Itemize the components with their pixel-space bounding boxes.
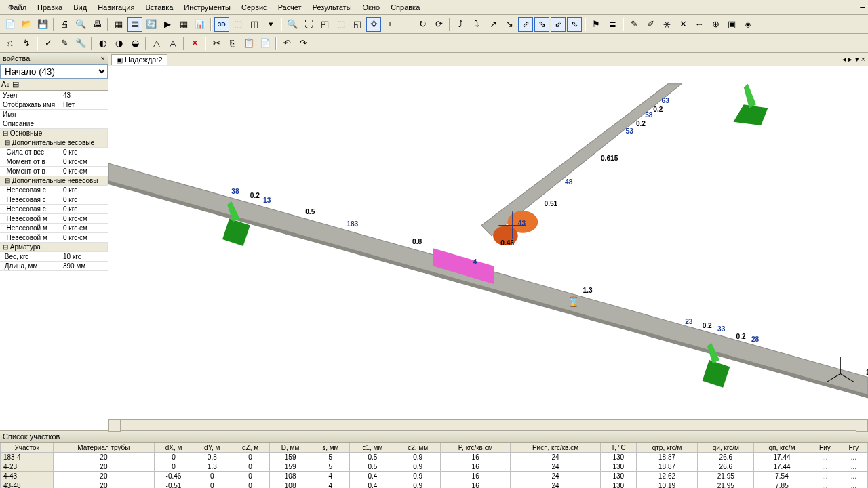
prop-value[interactable]: 0 кгс (60, 186, 108, 195)
col-header[interactable]: qи, кгс/м (698, 443, 754, 453)
open-icon[interactable]: 📂 (19, 17, 34, 32)
prop-value[interactable]: 0 кгс (60, 148, 108, 157)
chart-icon[interactable]: 📊 (193, 17, 208, 32)
prop-value[interactable] (60, 110, 108, 119)
col-header[interactable]: c2, мм (395, 443, 441, 453)
menu-results[interactable]: Результаты (307, 2, 357, 13)
panel-close-icon[interactable]: × (101, 54, 105, 62)
support1-icon[interactable]: ⤴ (453, 17, 468, 32)
tab-nav-icon[interactable]: ◂ ▸ ▾ × (842, 55, 865, 64)
edit3-icon[interactable]: ⚹ (659, 17, 674, 32)
dropdown-icon[interactable]: ▾ (263, 17, 278, 32)
zoomwin-icon[interactable]: ◰ (317, 17, 332, 32)
delete-icon[interactable]: ✕ (187, 36, 202, 51)
tool10-icon[interactable]: ◬ (165, 36, 180, 51)
prop-value[interactable]: 0 кгс·см (60, 224, 108, 232)
edit8-icon[interactable]: ◈ (741, 17, 755, 32)
node-selector[interactable]: Начало (43) (0, 64, 108, 79)
prop-value[interactable]: 0 кгс·см (60, 214, 108, 223)
menu-window[interactable]: Окно (357, 2, 386, 13)
menu-service[interactable]: Сервис (236, 2, 273, 13)
table-row[interactable]: 183-42000.8015950.50.9162413018.8726.617… (1, 453, 868, 462)
menu-file[interactable]: Файл (3, 2, 32, 13)
prop-value[interactable]: 0 кгс (60, 205, 108, 214)
zoom-icon[interactable]: 🔍 (285, 17, 300, 32)
horizontal-scrollbar[interactable] (108, 419, 868, 430)
support7-icon[interactable]: ⇙ (551, 17, 566, 32)
col-header[interactable]: dZ, м (231, 443, 270, 453)
table-row[interactable]: 4-4320-0.460010840.40.9162413012.6221.95… (1, 472, 868, 481)
tab-doc[interactable]: ▣ Надежда:2 (111, 54, 167, 65)
copy-icon[interactable]: ⎘ (225, 36, 240, 51)
menu-view[interactable]: Вид (68, 2, 92, 13)
rotate2-icon[interactable]: ⟳ (431, 17, 446, 32)
print-icon[interactable]: 🖨 (57, 17, 72, 32)
support6-icon[interactable]: ⇘ (534, 17, 549, 32)
3d-viewport[interactable]: 3813183443485358632333280.20.50.80.460.5… (108, 66, 868, 419)
zoomsel-icon[interactable]: ◱ (350, 17, 365, 32)
prop-value[interactable]: 0 кгс·см (60, 157, 108, 166)
grid2-icon[interactable]: ▤ (127, 17, 142, 32)
edit1-icon[interactable]: ✎ (627, 17, 642, 32)
zoomout-icon[interactable]: − (399, 17, 414, 32)
prop-value[interactable]: 10 кгс (60, 252, 108, 261)
menu-nav[interactable]: Навигация (92, 2, 140, 13)
sort2-icon[interactable]: ▤ (12, 80, 19, 88)
support3-icon[interactable]: ↗ (486, 17, 500, 32)
col-header[interactable]: Материал трубы (54, 443, 154, 453)
prop-value[interactable]: Нет (60, 100, 108, 109)
prop-value[interactable] (60, 119, 108, 128)
undo-icon[interactable]: ↶ (279, 36, 294, 51)
col-header[interactable]: T, °C (600, 443, 636, 453)
tool4-icon[interactable]: ✎ (57, 36, 72, 51)
wire-icon[interactable]: ⬚ (231, 17, 245, 32)
prop-value[interactable]: 0 кгс·см (60, 167, 108, 176)
tool5-icon[interactable]: 🔧 (73, 36, 88, 51)
col-header[interactable]: dX, м (154, 443, 193, 453)
table-row[interactable]: 43-4820-0.510010840.40.9162413010.1921.9… (1, 481, 868, 489)
save-icon[interactable]: 💾 (35, 17, 50, 32)
zoomin-icon[interactable]: + (382, 17, 397, 32)
col-header[interactable]: Fгу (840, 443, 868, 453)
support4-icon[interactable]: ↘ (502, 17, 517, 32)
tool7-icon[interactable]: ◑ (111, 36, 126, 51)
edit2-icon[interactable]: ✐ (643, 17, 658, 32)
table-row[interactable]: 4-232001.3015950.50.9162413018.8726.617.… (1, 462, 868, 472)
menu-calc[interactable]: Расчет (273, 2, 307, 13)
minimize-button[interactable]: – (860, 1, 865, 12)
col-header[interactable]: qп, кгс/м (754, 443, 810, 453)
print2-icon[interactable]: 🖶 (90, 17, 104, 32)
menu-edit[interactable]: Правка (32, 2, 68, 13)
prop-value[interactable]: 0 кгс (60, 195, 108, 204)
tool9-icon[interactable]: △ (149, 36, 164, 51)
col-header[interactable]: c1, мм (350, 443, 395, 453)
col-header[interactable]: s, мм (311, 443, 350, 453)
edit4-icon[interactable]: ✕ (675, 17, 690, 32)
edit5-icon[interactable]: ↔ (692, 17, 707, 32)
segments-table[interactable]: УчастокМатериал трубыdX, мdY, мdZ, мD, м… (0, 443, 868, 488)
cube-icon[interactable]: ◫ (247, 17, 262, 32)
table-icon[interactable]: ▦ (176, 17, 191, 32)
pan-icon[interactable]: ✥ (366, 17, 381, 32)
col-header[interactable]: P, кгс/кв.см (441, 443, 511, 453)
menu-help[interactable]: Справка (385, 2, 425, 13)
paste-icon[interactable]: 📋 (241, 36, 256, 51)
redo-icon[interactable]: ↷ (296, 36, 311, 51)
col-header[interactable]: D, мм (270, 443, 311, 453)
sort-az-icon[interactable]: A↓ (1, 80, 10, 88)
run-icon[interactable]: ▶ (160, 17, 175, 32)
col-header[interactable]: qтр, кгс/м (636, 443, 698, 453)
layers-icon[interactable]: ≣ (605, 17, 620, 32)
col-header[interactable]: Pисп, кгс/кв.см (511, 443, 601, 453)
preview-icon[interactable]: 🔍 (73, 17, 88, 32)
3d-icon[interactable]: 3D (214, 17, 229, 32)
zoomfit-icon[interactable]: ⛶ (301, 17, 316, 32)
prop-value[interactable]: 0 кгс·см (60, 233, 108, 242)
zoomall-icon[interactable]: ⬚ (334, 17, 349, 32)
new-icon[interactable]: 📄 (3, 17, 18, 32)
edit6-icon[interactable]: ⊕ (708, 17, 723, 32)
tool6-icon[interactable]: ◐ (95, 36, 110, 51)
edit7-icon[interactable]: ▣ (724, 17, 739, 32)
support8-icon[interactable]: ⇖ (567, 17, 582, 32)
cut-icon[interactable]: ✂ (209, 36, 224, 51)
